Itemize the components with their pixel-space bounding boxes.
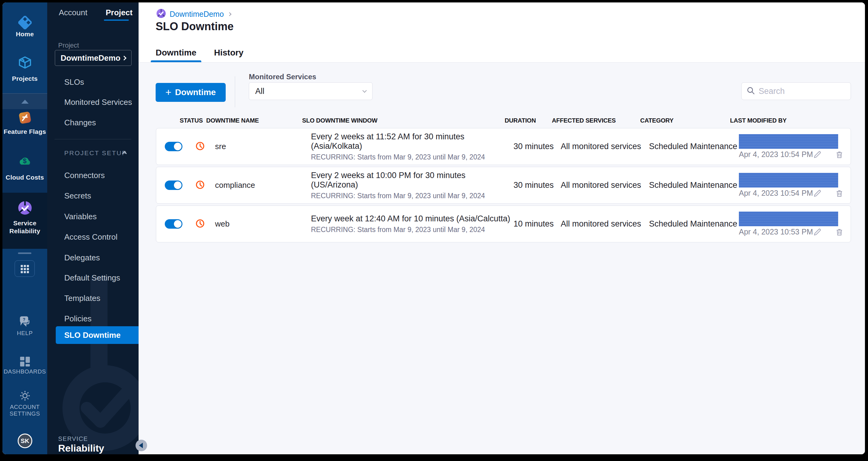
sidebar-label-service-line2[interactable]: Reliability bbox=[2, 227, 47, 235]
last-modified-date: Apr 4, 2023 10:54 PM bbox=[739, 150, 813, 159]
category: Scheduled Maintenance bbox=[649, 142, 739, 151]
nav-item-secrets[interactable]: Secrets bbox=[64, 190, 91, 202]
search-input[interactable] bbox=[759, 87, 865, 96]
sidebar-item-home[interactable] bbox=[2, 16, 47, 30]
sidebar-label-home[interactable]: Home bbox=[2, 30, 47, 38]
nav-item-monitored-services[interactable]: Monitored Services bbox=[64, 96, 132, 108]
nav-active-label: SLO Downtime bbox=[64, 330, 121, 340]
avatar[interactable]: SK bbox=[18, 434, 32, 448]
tab-history[interactable]: History bbox=[214, 43, 243, 62]
delete-trash-icon[interactable] bbox=[835, 189, 844, 198]
gear-icon bbox=[19, 390, 31, 403]
svg-text:?: ? bbox=[23, 317, 25, 322]
breadcrumb: DowntimeDemo bbox=[156, 8, 231, 20]
feature-flags-icon bbox=[18, 110, 32, 126]
dashboards-label[interactable]: DASHBOARDS bbox=[2, 368, 47, 375]
help-button[interactable]: ? bbox=[2, 316, 47, 329]
table-header: STATUS DOWNTIME NAME SLO DOWNTIME WINDOW… bbox=[156, 114, 851, 127]
account-settings-button[interactable] bbox=[2, 390, 47, 403]
status-toggle-on[interactable] bbox=[165, 142, 182, 151]
module-picker-button[interactable] bbox=[14, 260, 35, 277]
nav-item-templates[interactable]: Templates bbox=[64, 292, 100, 304]
nav-item-slos[interactable]: SLOs bbox=[64, 76, 84, 88]
edit-pencil-icon[interactable] bbox=[813, 150, 822, 159]
nav-item-variables[interactable]: Variables bbox=[64, 210, 97, 223]
service-reliability-mini-icon bbox=[156, 8, 166, 20]
account-settings-label-line2[interactable]: SETTINGS bbox=[2, 410, 47, 417]
dashboards-button[interactable] bbox=[2, 356, 47, 368]
sidebar-item-projects[interactable] bbox=[2, 56, 47, 71]
status-toggle-on[interactable] bbox=[165, 219, 182, 229]
nav-item-delegates[interactable]: Delegates bbox=[64, 252, 100, 264]
col-last-modified-by: LAST MODIFIED BY bbox=[730, 117, 851, 124]
nav-item-access-control[interactable]: Access Control bbox=[64, 231, 118, 243]
new-downtime-button-label: Downtime bbox=[175, 87, 216, 97]
chevron-down-icon bbox=[363, 88, 367, 93]
nav-item-default-settings[interactable]: Default Settings bbox=[64, 272, 120, 284]
account-settings-label-line1[interactable]: ACCOUNT bbox=[2, 404, 47, 410]
monitored-services-label: Monitored Services bbox=[249, 73, 316, 81]
tab-active-underline bbox=[151, 60, 201, 62]
service-reliability-icon bbox=[17, 200, 33, 217]
grid-icon bbox=[21, 265, 29, 273]
nav-item-slo-downtime-active[interactable]: SLO Downtime bbox=[56, 326, 138, 344]
breadcrumb-project-link[interactable]: DowntimeDemo bbox=[169, 10, 224, 19]
modules-collapse-strip[interactable] bbox=[2, 93, 47, 109]
toggle-knob bbox=[174, 220, 182, 228]
home-icon bbox=[18, 16, 32, 30]
sidebar-label-service-line1[interactable]: Service bbox=[2, 220, 47, 227]
recurring-clock-icon bbox=[195, 141, 205, 151]
sidebar-label-projects[interactable]: Projects bbox=[2, 75, 47, 82]
nav-item-policies[interactable]: Policies bbox=[64, 313, 92, 325]
help-label[interactable]: HELP bbox=[2, 330, 47, 337]
project-setup-section-title[interactable]: PROJECT SETUP bbox=[64, 149, 127, 157]
sidebar-label-feature-flags[interactable]: Feature Flags bbox=[2, 128, 47, 135]
recurring-clock-icon bbox=[195, 180, 205, 190]
downtime-table: sre Every 2 weeks at 11:52 AM for 30 min… bbox=[156, 128, 851, 244]
new-downtime-button[interactable]: + Downtime bbox=[156, 83, 226, 102]
table-row: compliance Every 2 weeks at 10:00 PM for… bbox=[156, 167, 851, 204]
downtime-recurrence: RECURRING: Starts from Mar 9, 2023 until… bbox=[311, 226, 514, 234]
monitored-services-select[interactable]: All bbox=[249, 82, 372, 100]
tab-project[interactable]: Project bbox=[106, 8, 132, 18]
search-icon bbox=[746, 86, 755, 96]
downtime-name[interactable]: sre bbox=[215, 142, 311, 151]
app-window: Home Projects Feature Flags $ Cloud Cost… bbox=[2, 2, 865, 454]
sidebar-label-cloud-costs[interactable]: Cloud Costs bbox=[2, 174, 47, 181]
nav-item-connectors[interactable]: Connectors bbox=[64, 169, 105, 181]
table-row: web Every week at 12:40 AM for 10 minute… bbox=[156, 205, 851, 242]
main-content: DowntimeDemo SLO Downtime Downtime Histo… bbox=[138, 2, 865, 454]
affected-services: All monitored services bbox=[561, 219, 649, 229]
module-name: Reliability bbox=[58, 443, 104, 454]
nav-collapse-button[interactable] bbox=[135, 440, 147, 451]
module-sidebar: Home Projects Feature Flags $ Cloud Cost… bbox=[2, 2, 47, 454]
col-duration: DURATION bbox=[505, 117, 552, 124]
sidebar-item-cloud-costs[interactable]: $ bbox=[2, 154, 47, 169]
delete-trash-icon[interactable] bbox=[835, 150, 844, 159]
help-chat-icon: ? bbox=[19, 316, 31, 329]
tab-account[interactable]: Account bbox=[59, 8, 87, 18]
downtime-name[interactable]: compliance bbox=[215, 180, 311, 190]
delete-trash-icon[interactable] bbox=[835, 227, 844, 237]
last-modified-date: Apr 4, 2023 10:53 PM bbox=[739, 227, 813, 236]
project-selector-label: Project bbox=[58, 41, 79, 49]
tab-downtime[interactable]: Downtime bbox=[156, 43, 196, 62]
sidebar-item-feature-flags[interactable] bbox=[2, 110, 47, 126]
downtime-name[interactable]: web bbox=[215, 219, 311, 229]
sidebar-item-service-reliability[interactable] bbox=[2, 200, 47, 217]
nav-item-changes[interactable]: Changes bbox=[64, 116, 96, 129]
edit-pencil-icon[interactable] bbox=[813, 189, 822, 198]
duration: 30 minutes bbox=[514, 142, 561, 151]
tab-history-label: History bbox=[214, 48, 243, 58]
tab-project-underline bbox=[104, 20, 129, 21]
nav-divider bbox=[55, 139, 131, 139]
project-selector[interactable]: DowntimeDemo bbox=[55, 50, 131, 66]
edit-pencil-icon[interactable] bbox=[813, 227, 822, 237]
col-status: STATUS bbox=[156, 117, 206, 124]
tab-downtime-label: Downtime bbox=[156, 48, 196, 58]
downtime-window: Every week at 12:40 AM for 10 minutes (A… bbox=[311, 214, 514, 224]
svg-text:$: $ bbox=[23, 157, 26, 165]
category: Scheduled Maintenance bbox=[649, 219, 739, 229]
status-toggle-on[interactable] bbox=[165, 180, 182, 190]
col-category: CATEGORY bbox=[640, 117, 730, 124]
